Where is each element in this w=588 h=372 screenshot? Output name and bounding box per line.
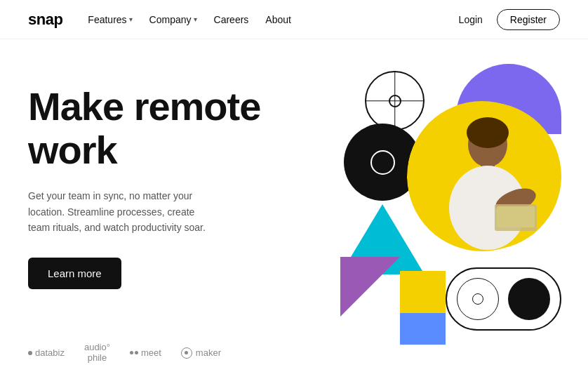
purple-triangle-shape	[340, 257, 400, 317]
pill-left-inner	[472, 293, 483, 305]
login-button[interactable]: Login	[459, 14, 483, 25]
bottom-pill-shape	[446, 267, 561, 331]
maker-circle-icon	[181, 347, 192, 359]
logo-meet: meet	[130, 347, 161, 358]
chevron-down-icon: ▾	[129, 15, 133, 23]
nav-about[interactable]: About	[265, 14, 291, 25]
logo-databiz-label: databiz	[35, 347, 65, 358]
pill-left-circle	[457, 278, 499, 320]
logo-meet-label: meet	[141, 347, 161, 358]
chevron-down-icon: ▾	[194, 15, 197, 23]
hero-left: Make remote work Get your team in sync, …	[28, 78, 323, 372]
logo-audiophile-label: audio°phile	[84, 343, 110, 363]
svg-point-2	[467, 117, 509, 148]
blue-rect-shape	[400, 313, 446, 345]
navbar: snap Features ▾ Company ▾ Careers About …	[0, 0, 588, 39]
nav-features[interactable]: Features ▾	[88, 14, 132, 25]
learn-more-button[interactable]: Learn more	[28, 258, 121, 289]
main-content: Make remote work Get your team in sync, …	[0, 39, 588, 372]
brand-logo[interactable]: snap	[28, 11, 62, 29]
circle-inner	[389, 95, 401, 107]
nav-links: Features ▾ Company ▾ Careers About	[88, 14, 458, 25]
nav-company[interactable]: Company ▾	[149, 14, 197, 25]
nav-auth: Login Register	[459, 9, 560, 30]
black-circle-inner	[370, 150, 395, 175]
partner-logos: databiz audio°phile meet maker	[28, 343, 323, 363]
hero-description: Get your team in sync, no matter your lo…	[28, 188, 218, 235]
nav-careers[interactable]: Careers	[214, 14, 249, 25]
top-circle-outline	[365, 71, 425, 131]
register-button[interactable]: Register	[497, 9, 560, 30]
logo-maker: maker	[181, 347, 221, 359]
person-svg	[407, 99, 558, 253]
hero-title: Make remote work	[28, 85, 323, 171]
logo-maker-label: maker	[196, 347, 221, 358]
meet-dots-icon	[130, 351, 138, 354]
dot-icon	[28, 351, 32, 355]
svg-rect-7	[497, 206, 535, 227]
pill-right-circle	[508, 278, 550, 320]
hero-illustration	[323, 64, 560, 359]
yellow-rect-shape	[400, 271, 446, 317]
geometric-shapes	[337, 64, 561, 345]
logo-databiz: databiz	[28, 347, 65, 358]
logo-audiophile: audio°phile	[84, 343, 110, 363]
person-photo	[407, 99, 558, 253]
